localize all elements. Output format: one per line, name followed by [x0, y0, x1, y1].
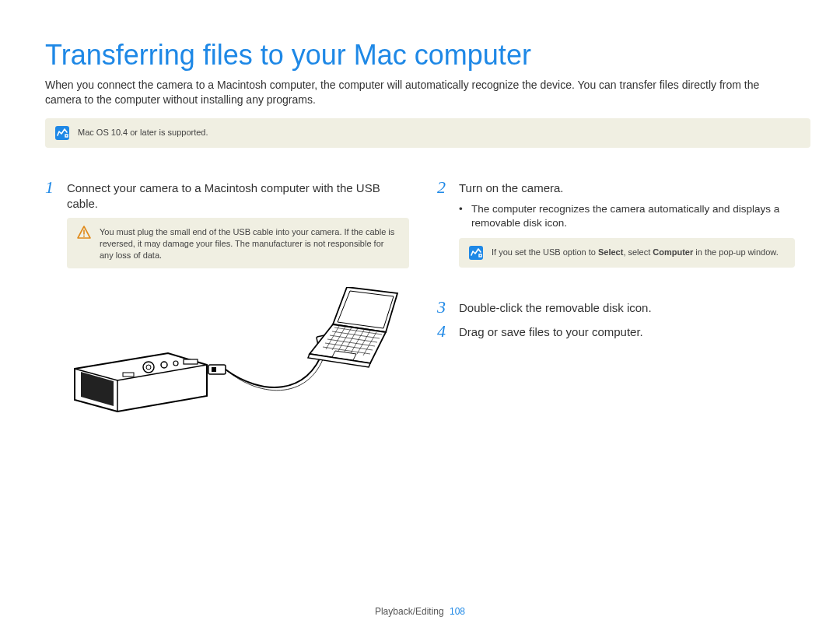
left-column: 1 Connect your camera to a Macintosh com… [45, 179, 409, 422]
step-3: 3 Double-click the removable disk icon. [437, 299, 795, 316]
svg-point-7 [173, 361, 178, 366]
warning-icon [76, 225, 92, 240]
step-text: Connect your camera to a Macintosh compu… [67, 179, 409, 212]
usb-connection-illustration [67, 287, 409, 422]
usb-select-note-text: If you set the USB option to Select, sel… [492, 245, 779, 258]
right-column: 2 Turn on the camera. • The computer rec… [437, 179, 795, 422]
usb-select-note: If you set the USB option to Select, sel… [459, 238, 795, 268]
step-text: Double-click the removable disk icon. [459, 299, 652, 316]
footer-section: Playback/Editing [375, 606, 444, 617]
step-number: 3 [437, 299, 451, 316]
page-number: 108 [450, 606, 465, 617]
step-number: 1 [45, 179, 59, 212]
page-title: Transferring files to your Mac computer [45, 40, 795, 70]
svg-rect-11 [212, 367, 216, 372]
note-icon [468, 245, 484, 261]
page-footer: Playback/Editing 108 [0, 606, 840, 617]
step-text: Turn on the camera. [459, 179, 564, 196]
bullet-dot: • [459, 202, 465, 230]
step-2: 2 Turn on the camera. [437, 179, 795, 196]
svg-rect-9 [123, 373, 134, 377]
svg-point-6 [161, 362, 167, 368]
svg-rect-8 [184, 359, 198, 364]
intro-paragraph: When you connect the camera to a Macinto… [45, 78, 795, 107]
manual-page: Transferring files to your Mac computer … [0, 0, 840, 634]
step-number: 2 [437, 179, 451, 196]
svg-point-5 [146, 365, 151, 370]
step-4: 4 Drag or save files to your computer. [437, 323, 795, 340]
step-1: 1 Connect your camera to a Macintosh com… [45, 179, 409, 212]
step-text: Drag or save files to your computer. [459, 323, 643, 340]
warning-note: You must plug the small end of the USB c… [67, 218, 409, 268]
svg-point-3 [83, 236, 85, 237]
step-number: 4 [437, 323, 451, 340]
columns: 1 Connect your camera to a Macintosh com… [45, 179, 795, 422]
note-icon [54, 125, 70, 141]
top-note-text: Mac OS 10.4 or later is supported. [78, 125, 208, 138]
top-note: Mac OS 10.4 or later is supported. [45, 118, 810, 148]
bullet-text: The computer recognizes the camera autom… [471, 202, 795, 230]
step-2-bullet: • The computer recognizes the camera aut… [459, 202, 795, 230]
warning-text: You must plug the small end of the USB c… [100, 225, 400, 261]
svg-rect-10 [208, 365, 226, 374]
